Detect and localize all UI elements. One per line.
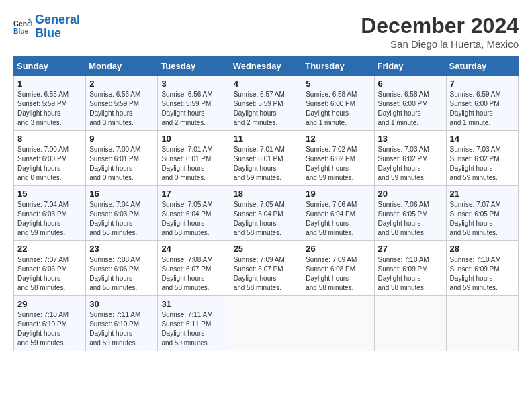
calendar-cell: 31 Sunrise: 7:11 AMSunset: 6:11 PMDaylig… [158,296,230,351]
svg-text:General: General [13,20,32,28]
weekday-header-thursday: Thursday [302,57,374,76]
day-info: Sunrise: 7:05 AMSunset: 6:04 PMDaylight … [234,200,299,238]
calendar-cell: 16 Sunrise: 7:04 AMSunset: 6:03 PMDaylig… [86,186,158,241]
day-number: 26 [306,244,370,254]
day-info: Sunrise: 7:02 AMSunset: 6:02 PMDaylight … [306,145,370,183]
day-number: 21 [450,189,515,199]
calendar-cell: 21 Sunrise: 7:07 AMSunset: 6:05 PMDaylig… [446,186,518,241]
calendar-cell [302,296,374,351]
calendar-cell: 9 Sunrise: 7:00 AMSunset: 6:01 PMDayligh… [86,131,158,186]
day-info: Sunrise: 6:56 AMSunset: 5:59 PMDaylight … [89,90,154,128]
calendar-cell: 10 Sunrise: 7:01 AMSunset: 6:01 PMDaylig… [158,131,230,186]
day-number: 15 [17,189,82,199]
calendar-cell: 6 Sunrise: 6:58 AMSunset: 6:00 PMDayligh… [374,76,446,131]
day-info: Sunrise: 6:58 AMSunset: 6:00 PMDaylight … [306,90,370,128]
calendar-cell: 25 Sunrise: 7:09 AMSunset: 6:07 PMDaylig… [230,241,302,296]
day-number: 29 [17,299,82,309]
day-info: Sunrise: 7:09 AMSunset: 6:08 PMDaylight … [306,255,370,293]
day-number: 7 [450,79,515,89]
day-number: 14 [450,134,515,144]
day-info: Sunrise: 7:04 AMSunset: 6:03 PMDaylight … [17,200,82,238]
day-number: 19 [306,189,370,199]
calendar-cell: 5 Sunrise: 6:58 AMSunset: 6:00 PMDayligh… [302,76,374,131]
day-info: Sunrise: 7:11 AMSunset: 6:11 PMDaylight … [161,310,226,348]
weekday-header-monday: Monday [86,57,158,76]
day-number: 17 [161,189,226,199]
calendar-cell: 26 Sunrise: 7:09 AMSunset: 6:08 PMDaylig… [302,241,374,296]
calendar-cell: 30 Sunrise: 7:11 AMSunset: 6:10 PMDaylig… [86,296,158,351]
day-info: Sunrise: 6:58 AMSunset: 6:00 PMDaylight … [378,90,443,128]
logo-icon: General Blue [13,17,32,36]
day-number: 3 [161,79,226,89]
day-number: 6 [378,79,443,89]
day-info: Sunrise: 7:05 AMSunset: 6:04 PMDaylight … [161,200,226,238]
day-info: Sunrise: 6:59 AMSunset: 6:00 PMDaylight … [450,90,515,128]
day-number: 27 [378,244,443,254]
day-number: 11 [234,134,299,144]
day-number: 16 [89,189,154,199]
calendar-cell: 7 Sunrise: 6:59 AMSunset: 6:00 PMDayligh… [446,76,518,131]
day-number: 22 [17,244,82,254]
day-info: Sunrise: 7:07 AMSunset: 6:05 PMDaylight … [450,200,515,238]
day-info: Sunrise: 7:03 AMSunset: 6:02 PMDaylight … [378,145,443,183]
day-info: Sunrise: 7:10 AMSunset: 6:10 PMDaylight … [17,310,82,348]
day-number: 10 [161,134,226,144]
calendar-cell: 27 Sunrise: 7:10 AMSunset: 6:09 PMDaylig… [374,241,446,296]
calendar-week-row: 15 Sunrise: 7:04 AMSunset: 6:03 PMDaylig… [14,186,519,241]
day-number: 12 [306,134,370,144]
day-number: 9 [89,134,154,144]
calendar-cell: 23 Sunrise: 7:08 AMSunset: 6:06 PMDaylig… [86,241,158,296]
calendar-cell: 29 Sunrise: 7:10 AMSunset: 6:10 PMDaylig… [14,296,86,351]
day-info: Sunrise: 6:56 AMSunset: 5:59 PMDaylight … [161,90,226,128]
calendar-cell: 18 Sunrise: 7:05 AMSunset: 6:04 PMDaylig… [230,186,302,241]
weekday-header-row: SundayMondayTuesdayWednesdayThursdayFrid… [14,57,519,76]
weekday-header-friday: Friday [374,57,446,76]
weekday-header-wednesday: Wednesday [230,57,302,76]
day-info: Sunrise: 7:09 AMSunset: 6:07 PMDaylight … [234,255,299,293]
day-info: Sunrise: 7:08 AMSunset: 6:06 PMDaylight … [89,255,154,293]
day-number: 2 [89,79,154,89]
day-number: 20 [378,189,443,199]
logo-text: GeneralBlue [35,13,80,40]
day-number: 5 [306,79,370,89]
calendar-cell: 20 Sunrise: 7:06 AMSunset: 6:05 PMDaylig… [374,186,446,241]
calendar-week-row: 8 Sunrise: 7:00 AMSunset: 6:00 PMDayligh… [14,131,519,186]
calendar-week-row: 29 Sunrise: 7:10 AMSunset: 6:10 PMDaylig… [14,296,519,351]
day-number: 31 [161,299,226,309]
calendar-table: SundayMondayTuesdayWednesdayThursdayFrid… [13,56,519,351]
calendar-cell: 2 Sunrise: 6:56 AMSunset: 5:59 PMDayligh… [86,76,158,131]
day-number: 28 [450,244,515,254]
page-header: General Blue GeneralBlue December 2024 S… [13,13,519,50]
location: San Diego la Huerta, Mexico [361,38,519,50]
day-number: 24 [161,244,226,254]
calendar-cell: 15 Sunrise: 7:04 AMSunset: 6:03 PMDaylig… [14,186,86,241]
day-number: 30 [89,299,154,309]
day-info: Sunrise: 7:01 AMSunset: 6:01 PMDaylight … [161,145,226,183]
calendar-cell: 11 Sunrise: 7:01 AMSunset: 6:01 PMDaylig… [230,131,302,186]
day-number: 1 [17,79,82,89]
calendar-cell: 13 Sunrise: 7:03 AMSunset: 6:02 PMDaylig… [374,131,446,186]
weekday-header-sunday: Sunday [14,57,86,76]
day-info: Sunrise: 7:04 AMSunset: 6:03 PMDaylight … [89,200,154,238]
calendar-cell: 1 Sunrise: 6:55 AMSunset: 5:59 PMDayligh… [14,76,86,131]
calendar-cell: 12 Sunrise: 7:02 AMSunset: 6:02 PMDaylig… [302,131,374,186]
day-info: Sunrise: 7:00 AMSunset: 6:00 PMDaylight … [17,145,82,183]
weekday-header-tuesday: Tuesday [158,57,230,76]
day-number: 25 [234,244,299,254]
day-number: 4 [234,79,299,89]
day-info: Sunrise: 7:08 AMSunset: 6:07 PMDaylight … [161,255,226,293]
day-info: Sunrise: 7:03 AMSunset: 6:02 PMDaylight … [450,145,515,183]
day-info: Sunrise: 7:01 AMSunset: 6:01 PMDaylight … [234,145,299,183]
day-info: Sunrise: 7:10 AMSunset: 6:09 PMDaylight … [378,255,443,293]
title-block: December 2024 San Diego la Huerta, Mexic… [361,13,519,50]
day-number: 23 [89,244,154,254]
calendar-cell: 24 Sunrise: 7:08 AMSunset: 6:07 PMDaylig… [158,241,230,296]
logo: General Blue GeneralBlue [13,13,80,40]
calendar-week-row: 1 Sunrise: 6:55 AMSunset: 5:59 PMDayligh… [14,76,519,131]
day-info: Sunrise: 7:06 AMSunset: 6:05 PMDaylight … [378,200,443,238]
calendar-cell [374,296,446,351]
calendar-week-row: 22 Sunrise: 7:07 AMSunset: 6:06 PMDaylig… [14,241,519,296]
day-info: Sunrise: 7:00 AMSunset: 6:01 PMDaylight … [89,145,154,183]
calendar-cell [230,296,302,351]
day-number: 8 [17,134,82,144]
